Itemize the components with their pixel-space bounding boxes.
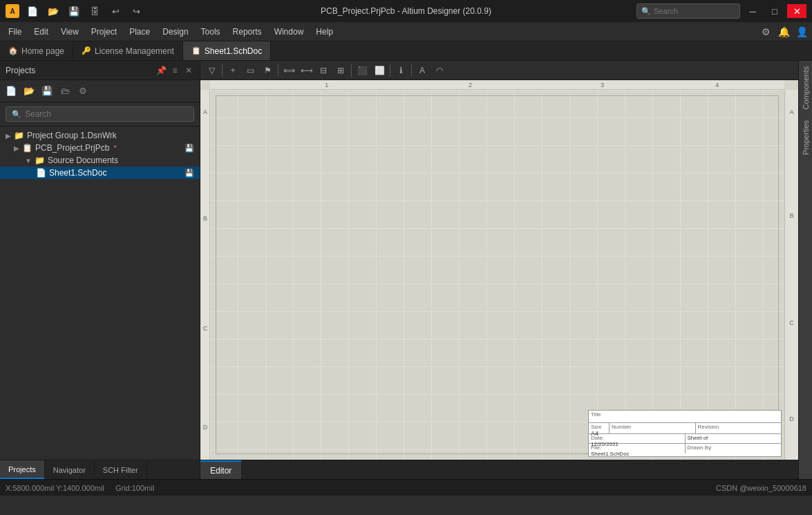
statusbar: X:5800.000mil Y:1400.000mil Grid:100mil … (0, 479, 812, 496)
add-icon[interactable]: ＋ (225, 62, 241, 79)
title-block-sheet-of-value: Sheet of (688, 435, 780, 441)
sidebar-close-icon[interactable]: ✕ (183, 65, 194, 76)
open-file-icon[interactable]: 📂 (46, 3, 61, 19)
tab-home-label: Home page (21, 46, 64, 56)
title-block-revision-cell: Revision (696, 423, 782, 433)
notifications-icon[interactable]: 🔔 (776, 24, 791, 39)
right-tab-components[interactable]: Components (800, 61, 812, 115)
new-file-icon[interactable]: 📄 (25, 3, 40, 19)
pcb-project-icon: 📋 (22, 143, 32, 153)
menu-window[interactable]: Window (269, 25, 310, 39)
distribute-h-icon[interactable]: ⊟ (315, 62, 332, 79)
sidebar-tab-navigator[interactable]: Navigator (45, 460, 95, 479)
filter-icon[interactable]: ▽ (203, 62, 220, 79)
menu-project[interactable]: Project (86, 25, 122, 39)
title-block-file-value: Sheet1.SchDoc (591, 451, 683, 457)
sidebar-tab-projects[interactable]: Projects (0, 460, 45, 479)
menu-reports[interactable]: Reports (227, 25, 267, 39)
main-layout: Projects 📌 ≡ ✕ 📄 📂 💾 🗁 ⚙ 🔍 ▶ 📁 Proj (0, 61, 812, 479)
sidebar-settings-icon[interactable]: ⚙ (75, 83, 91, 100)
toolbar-separator-1 (222, 64, 223, 77)
info-icon[interactable]: ℹ (393, 62, 409, 79)
editor-area: ▽ ＋ ▭ ⚑ ⟺ ⟻ ⊟ ⊞ ⬛ ⬜ ℹ A ◠ 1 2 3 (200, 61, 798, 479)
dirty-indicator: * (113, 144, 116, 152)
menubar: File Edit View Project Place Design Tool… (0, 22, 812, 41)
zone-right-B: B (785, 212, 798, 219)
right-tab-properties[interactable]: Properties (800, 115, 812, 160)
sidebar-search-wrap[interactable]: 🔍 (6, 106, 194, 122)
sidebar-toolbar: 📄 📂 💾 🗁 ⚙ (0, 80, 200, 102)
save-file-icon[interactable]: 💾 (66, 3, 82, 19)
pcb-project-arrow: ▶ (14, 144, 19, 152)
source-docs-item[interactable]: ▼ 📁 Source Documents (0, 154, 200, 167)
menu-place[interactable]: Place (124, 25, 155, 39)
zone-left-B: B (200, 215, 210, 222)
editor-tab-label: Editor (210, 466, 232, 476)
tab-home[interactable]: 🏠 Home page (0, 41, 73, 60)
project-group-item[interactable]: ▶ 📁 Project Group 1.DsnWrk (0, 129, 200, 142)
editor-tab-editor[interactable]: Editor (200, 460, 242, 479)
tab-license[interactable]: 🔑 License Management (73, 41, 183, 60)
redo-icon[interactable]: ↪ (129, 3, 144, 19)
menu-help[interactable]: Help (310, 25, 339, 39)
undo-icon[interactable]: ↩ (108, 3, 123, 19)
components-tab-label: Components (802, 66, 810, 109)
tab-sheet1[interactable]: 📋 Sheet1.SchDoc (183, 41, 271, 60)
text-icon[interactable]: A (414, 62, 431, 79)
title-right: 🔍 ─ □ ✕ (636, 3, 806, 19)
component-icon[interactable]: ⬛ (354, 62, 370, 79)
search-input[interactable] (654, 7, 730, 15)
pcb-project-save-icon[interactable]: 💾 (185, 144, 194, 153)
navigator-tab-label: Navigator (53, 466, 86, 474)
menu-design[interactable]: Design (157, 25, 193, 39)
zone-right-A: A (785, 109, 798, 115)
status-right: CSDN @weixin_50000618 (716, 484, 806, 492)
sidebar-open-icon[interactable]: 📂 (21, 83, 37, 100)
sheet1-doc-item[interactable]: 📄 Sheet1.SchDoc 💾 (0, 167, 200, 179)
schematic-canvas[interactable]: 1 2 3 4 A B C D A B C D (200, 80, 798, 460)
component2-icon[interactable]: ⬜ (371, 62, 388, 79)
sidebar-new-icon[interactable]: 📄 (3, 83, 19, 100)
align-h-icon[interactable]: ⟺ (281, 62, 297, 79)
sidebar-title: Projects (6, 66, 153, 75)
home-tab-icon: 🏠 (8, 46, 18, 55)
title-block-date-cell: Date: 12/20/2021 (589, 434, 686, 443)
tab-license-label: License Management (95, 46, 174, 56)
right-sidebar: Components Properties (798, 61, 812, 479)
sidebar-save-icon[interactable]: 💾 (39, 83, 55, 100)
zone-left-D: D (200, 424, 210, 431)
maximize-button[interactable]: □ (765, 4, 784, 18)
search-box[interactable]: 🔍 (636, 3, 740, 19)
projects-tab-label: Projects (8, 465, 36, 474)
menu-file[interactable]: File (3, 25, 27, 39)
close-button[interactable]: ✕ (787, 4, 806, 18)
align-v-icon[interactable]: ⟻ (298, 62, 314, 79)
app-logo: A (6, 4, 19, 18)
toolbar-separator-2 (278, 64, 278, 77)
sheet1-tab-icon: 📋 (191, 46, 201, 55)
schfilter-tab-label: SCH Filter (103, 466, 138, 474)
schematic-content[interactable]: Title Size A4 Number Revision (210, 90, 784, 460)
menu-view[interactable]: View (55, 25, 84, 39)
flag-icon[interactable]: ⚑ (259, 62, 276, 79)
save-all-icon[interactable]: 🗄 (87, 3, 102, 19)
sheet1-save-icon[interactable]: 💾 (185, 169, 194, 178)
arc-icon[interactable]: ◠ (431, 62, 448, 79)
user-icon[interactable]: 👤 (794, 24, 809, 39)
minimize-button[interactable]: ─ (743, 4, 762, 18)
sidebar-close-doc-icon[interactable]: 🗁 (57, 83, 73, 100)
menu-tools[interactable]: Tools (196, 25, 226, 39)
pcb-project-item[interactable]: ▶ 📋 PCB_Project.PrjPcb * 💾 (0, 142, 200, 154)
distribute-v-icon[interactable]: ⊞ (332, 62, 349, 79)
settings-icon[interactable]: ⚙ (758, 24, 773, 39)
toolbar-separator-5 (411, 64, 412, 77)
sidebar-search-input[interactable] (25, 109, 188, 119)
ruler-left (200, 90, 210, 460)
sidebar-tab-schfilter[interactable]: SCH Filter (95, 460, 147, 479)
zone-right-C: C (785, 319, 798, 326)
rect-icon[interactable]: ▭ (242, 62, 258, 79)
document-tabs: 🏠 Home page 🔑 License Management 📋 Sheet… (0, 41, 812, 61)
sidebar-menu-icon[interactable]: ≡ (169, 65, 180, 76)
menu-edit[interactable]: Edit (28, 25, 54, 39)
sidebar-pin-icon[interactable]: 📌 (155, 65, 167, 76)
